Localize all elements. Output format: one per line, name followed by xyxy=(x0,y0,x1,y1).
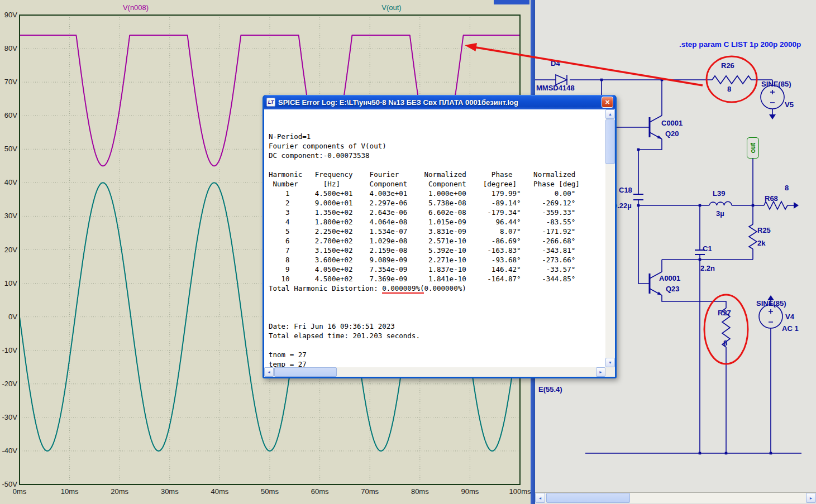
y-axis-tick: 50V xyxy=(0,145,17,153)
legend-vn008[interactable]: V(n008) xyxy=(123,3,149,12)
log-line: 5 2.250e+02 1.534e-07 3.831e-09 8.07° -1… xyxy=(269,227,605,236)
x-axis-tick: 30ms xyxy=(161,487,179,496)
label-r26: R26 xyxy=(721,61,734,70)
resistor-r25-symbol[interactable] xyxy=(749,224,757,249)
log-line: tnom = 27 xyxy=(269,350,605,359)
spice-error-log-window: LT SPICE Error Log: E:\LT\унч50-8 №13 БЕ… xyxy=(263,95,617,378)
label-l39-value: 3µ xyxy=(716,209,724,218)
label-v4-sine: SINE(85) xyxy=(756,299,786,308)
x-axis-tick: 20ms xyxy=(111,487,128,496)
x-axis-tick: 80ms xyxy=(411,487,429,496)
y-axis-tick: 90V xyxy=(0,11,17,19)
log-line xyxy=(269,160,605,170)
label-c1: C1 xyxy=(703,244,712,253)
log-line: Harmonic Frequency Fourier Normalized Ph… xyxy=(269,170,605,179)
ltspice-logo-icon: LT xyxy=(266,98,275,107)
x-axis-tick: 0ms xyxy=(13,487,27,496)
label-v5: V5 xyxy=(785,100,794,109)
log-line: Date: Fri Jun 16 09:36:51 2023 xyxy=(269,321,605,331)
y-axis-tick: 10V xyxy=(0,279,17,287)
thd-value-underlined: 0.000009%( xyxy=(382,284,424,294)
y-axis-tick: 80V xyxy=(0,44,17,52)
y-axis-tick: 30V xyxy=(0,212,17,220)
horizontal-scroll-thumb[interactable] xyxy=(274,367,337,377)
scroll-left-button[interactable]: ◄ xyxy=(535,493,545,503)
scroll-down-button[interactable]: ▼ xyxy=(605,358,615,367)
close-icon: ✕ xyxy=(605,99,610,106)
log-line: N-Period=1 xyxy=(269,132,605,141)
log-window-title: SPICE Error Log: E:\LT\унч50-8 №13 БЕЗ С… xyxy=(278,98,599,107)
x-axis-tick: 10ms xyxy=(61,487,79,496)
y-axis-tick: -40V xyxy=(0,447,17,455)
label-v5-sine: SINE(85) xyxy=(761,80,791,88)
scroll-up-button[interactable]: ▲ xyxy=(605,109,615,119)
out-port-label[interactable]: out xyxy=(747,137,759,159)
log-text: N-Period=1Fourier components of V(out)DC… xyxy=(264,109,605,367)
y-axis-tick: 40V xyxy=(0,178,17,186)
label-r27: R27 xyxy=(718,309,731,317)
log-line: 6 2.700e+02 1.029e-08 2.571e-10 -86.69° … xyxy=(269,236,605,246)
y-axis-tick: -30V xyxy=(0,413,17,421)
ltspice-application: V(n008) V(out) 90V80V70V60V50V40V30V20V1… xyxy=(0,0,816,504)
schematic-scroll-thumb[interactable] xyxy=(546,493,630,503)
resistor-r26-symbol[interactable] xyxy=(712,76,751,84)
label-d4: D4 xyxy=(551,59,560,68)
label-c18: C18 xyxy=(619,186,632,194)
y-axis-tick: 0V xyxy=(0,313,17,321)
y-axis-tick: 20V xyxy=(0,246,17,254)
label-r68: R68 xyxy=(765,194,778,203)
output-arrow xyxy=(794,202,799,209)
log-line: 3 1.350e+02 2.643e-06 6.602e-08 -179.34°… xyxy=(269,208,605,217)
label-r26-value: 8 xyxy=(727,85,731,93)
vertical-scroll-thumb[interactable] xyxy=(605,119,615,164)
log-line: Fourier components of V(out) xyxy=(269,141,605,151)
background-window-chrome xyxy=(494,0,529,4)
scroll-right-button[interactable]: ► xyxy=(596,367,605,377)
horizontal-scrollbar[interactable]: ◄ ► xyxy=(264,367,605,377)
label-q23: Q23 xyxy=(666,285,680,293)
junction-dots xyxy=(600,79,772,455)
log-line: Number [Hz] Component Component [degree]… xyxy=(269,179,605,189)
schematic-horizontal-scrollbar[interactable]: ◄ ► xyxy=(535,492,816,503)
y-axis-tick: -10V xyxy=(0,346,17,354)
label-q20-model: C0001 xyxy=(661,119,683,127)
close-button[interactable]: ✕ xyxy=(602,97,613,108)
x-axis-tick: 50ms xyxy=(261,487,279,496)
log-line: temp = 27 xyxy=(269,359,605,367)
y-axis-tick: 70V xyxy=(0,78,17,86)
vertical-scrollbar[interactable]: ▲ ▼ xyxy=(605,109,615,367)
scroll-left-button[interactable]: ◄ xyxy=(264,367,274,377)
thd-line: Total Harmonic Distortion: 0.000009%(0.0… xyxy=(269,284,605,293)
label-q23-model: A0001 xyxy=(659,274,680,282)
y-axis-tick: -20V xyxy=(0,380,17,388)
log-line xyxy=(269,293,605,303)
x-axis-tick: 70ms xyxy=(361,487,379,496)
resistor-r68-symbol[interactable] xyxy=(764,201,788,209)
label-q20: Q20 xyxy=(665,129,679,138)
scroll-right-button[interactable]: ► xyxy=(806,493,816,503)
log-line xyxy=(269,340,605,350)
x-axis-tick: 60ms xyxy=(311,487,329,496)
capacitor-c18-symbol[interactable] xyxy=(633,194,643,200)
label-r25: R25 xyxy=(757,226,771,234)
log-window-titlebar[interactable]: LT SPICE Error Log: E:\LT\унч50-8 №13 БЕ… xyxy=(264,95,615,109)
log-line: DC component:-0.00073538 xyxy=(269,151,605,160)
label-r25-value: 2k xyxy=(757,239,765,247)
x-axis-tick: 90ms xyxy=(461,487,479,496)
legend-vout[interactable]: V(out) xyxy=(381,3,401,12)
step-directive[interactable]: .step param C LIST 1p 200p 2000p xyxy=(679,40,801,49)
log-line: 1 4.500e+01 4.003e+01 1.000e+00 179.99° … xyxy=(269,189,605,198)
label-d4-part: MMSD4148 xyxy=(536,84,575,92)
inductor-l39-symbol[interactable] xyxy=(709,201,732,205)
label-r68-value: 8 xyxy=(785,184,789,192)
log-line: 7 3.150e+02 2.159e-08 5.392e-10 -163.83°… xyxy=(269,246,605,255)
log-line: 9 4.050e+02 7.354e-09 1.837e-10 146.42° … xyxy=(269,265,605,274)
log-line: Total elapsed time: 201.203 seconds. xyxy=(269,331,605,340)
label-v4-ac: AC 1 xyxy=(782,324,799,333)
log-line: 4 1.800e+02 4.064e-08 1.015e-09 96.44° -… xyxy=(269,217,605,227)
label-v4: V4 xyxy=(785,313,794,321)
label-r27-value: 8 xyxy=(723,339,727,347)
scrollbar-corner xyxy=(605,367,615,377)
log-line: 10 4.500e+02 7.369e-09 1.841e-10 -164.87… xyxy=(269,274,605,284)
transistor-q20-symbol[interactable] xyxy=(650,116,662,139)
